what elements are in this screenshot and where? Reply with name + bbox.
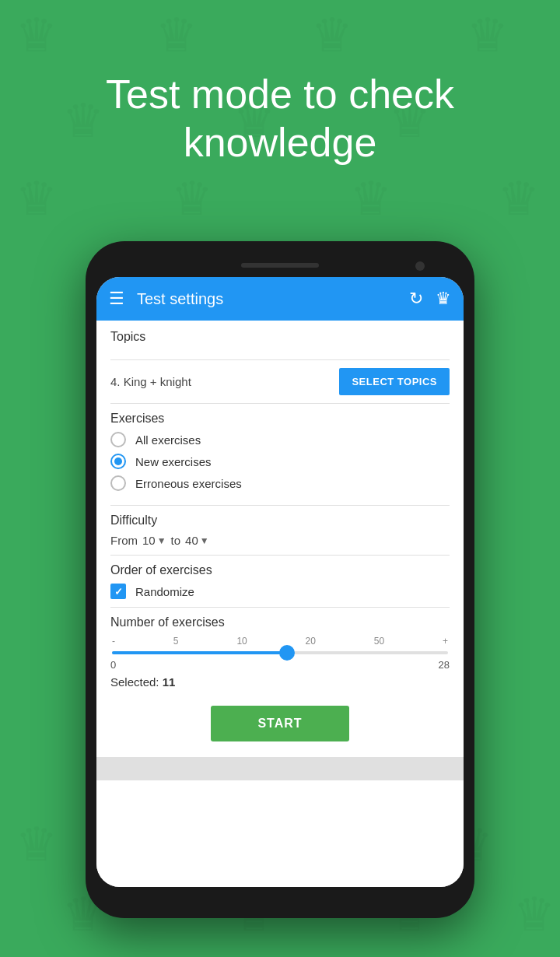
scale-plus: + [443, 636, 448, 647]
slider-track [112, 651, 448, 654]
to-arrow-icon: ▼ [200, 535, 209, 546]
from-label: From [110, 534, 138, 547]
crown-19: ♛ [513, 887, 555, 941]
toolbar-actions: ↻ ♛ [409, 289, 451, 309]
scale-minus: - [112, 636, 115, 647]
refresh-icon[interactable]: ↻ [409, 289, 423, 309]
radio-new-label: New exercises [135, 455, 212, 468]
randomize-label: Randomize [135, 585, 194, 598]
crown-10: ♛ [350, 171, 392, 226]
slider-fill [112, 651, 287, 654]
start-section: START [96, 693, 464, 757]
slider-ends: 0 28 [110, 659, 450, 671]
number-section: Number of exercises - 5 10 20 50 + 0 [96, 608, 464, 693]
order-section: Order of exercises ✓ Randomize [96, 556, 464, 607]
crown-3: ♛ [311, 8, 353, 62]
bottom-gray-area [96, 757, 464, 780]
phone-speaker [241, 263, 319, 268]
exercises-label: Exercises [110, 412, 450, 426]
slider-scale: - 5 10 20 50 + [110, 636, 450, 647]
selected-value: 11 [163, 675, 176, 689]
scale-50: 50 [374, 636, 384, 647]
from-value: 10 [142, 534, 156, 547]
randomize-checkbox: ✓ [110, 584, 126, 599]
crown-8: ♛ [16, 171, 58, 226]
selected-topic: 4. King + knight [110, 375, 191, 388]
crown-1: ♛ [16, 8, 58, 62]
topics-row: 4. King + knight SELECT TOPICS [96, 360, 464, 403]
crown-2: ♛ [156, 8, 198, 62]
radio-new-circle [110, 454, 126, 469]
radio-all-label: All exercises [135, 433, 201, 447]
exercises-section: Exercises All exercises New exercises Er… [96, 404, 464, 505]
to-dropdown[interactable]: 40 ▼ [185, 534, 209, 547]
selected-count: Selected: 11 [110, 675, 450, 689]
app-content: Topics 4. King + knight SELECT TOPICS Ex… [96, 321, 464, 887]
from-arrow-icon: ▼ [157, 535, 166, 546]
scale-5: 5 [173, 636, 179, 647]
difficulty-label: Difficulty [110, 514, 450, 528]
phone-screen: ☰ Test settings ↻ ♛ Topics 4. King + kni… [96, 277, 464, 887]
phone-frame: ☰ Test settings ↻ ♛ Topics 4. King + kni… [86, 241, 474, 918]
difficulty-section: Difficulty From 10 ▼ to 40 ▼ [96, 506, 464, 555]
scale-20: 20 [306, 636, 316, 647]
toolbar-title: Test settings [137, 290, 409, 308]
difficulty-row: From 10 ▼ to 40 ▼ [110, 534, 450, 547]
phone-notch [96, 257, 464, 277]
radio-erroneous-label: Erroneous exercises [135, 477, 242, 490]
to-value: 40 [185, 534, 198, 547]
radio-new-inner [114, 457, 122, 465]
start-button[interactable]: START [211, 706, 348, 741]
randomize-checkbox-row[interactable]: ✓ Randomize [110, 584, 450, 599]
scale-10: 10 [236, 636, 247, 647]
select-topics-button[interactable]: SELECT TOPICS [339, 368, 450, 395]
radio-new-exercises[interactable]: New exercises [110, 454, 450, 469]
page-title: Test mode to check knowledge [0, 70, 560, 167]
topics-section: Topics [96, 321, 464, 359]
menu-icon[interactable]: ☰ [109, 289, 124, 309]
slider-min: 0 [110, 659, 116, 671]
check-icon: ✓ [114, 586, 123, 598]
slider-container[interactable] [110, 651, 450, 654]
radio-erroneous-exercises[interactable]: Erroneous exercises [110, 475, 450, 491]
crown-12: ♛ [16, 817, 58, 871]
crown-11: ♛ [498, 171, 540, 226]
slider-thumb[interactable] [279, 645, 295, 661]
radio-erroneous-circle [110, 475, 126, 491]
radio-all-exercises[interactable]: All exercises [110, 432, 450, 447]
order-label: Order of exercises [110, 563, 450, 577]
radio-all-circle [110, 432, 126, 447]
crown-9: ♛ [171, 171, 213, 226]
phone-camera [415, 261, 425, 271]
selected-label: Selected: [110, 675, 159, 689]
topics-label: Topics [110, 330, 450, 344]
to-label: to [171, 534, 181, 547]
app-toolbar: ☰ Test settings ↻ ♛ [96, 277, 464, 321]
crown-icon[interactable]: ♛ [436, 289, 451, 309]
number-label: Number of exercises [110, 615, 450, 629]
slider-max: 28 [439, 659, 450, 671]
crown-4: ♛ [467, 8, 509, 62]
from-dropdown[interactable]: 10 ▼ [142, 534, 166, 547]
